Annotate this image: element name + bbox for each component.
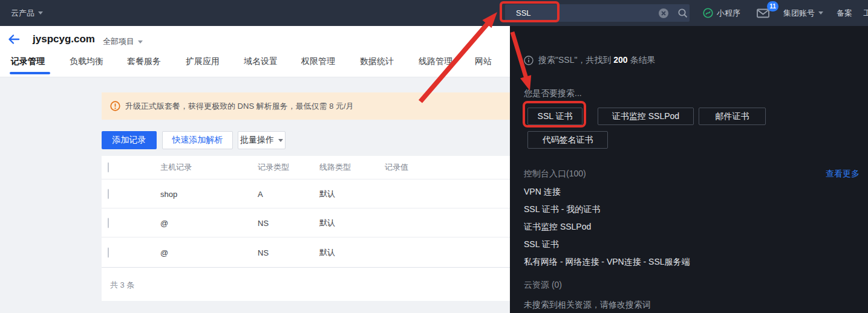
group-account-menu[interactable]: 集团账号 — [783, 0, 823, 26]
tab-record-management[interactable]: 记录管理 — [11, 56, 45, 67]
warning-icon — [110, 101, 120, 111]
console-entry-list: VPN 连接 SSL 证书 - 我的证书 证书监控 SSLPod SSL 证书 … — [524, 187, 690, 274]
cloud-resources-empty-message: 未搜索到相关资源，请修改搜索词 — [524, 300, 651, 311]
banner-message: 升级正式版套餐，获得更极致的 DNS 解析服务，最低仅需 8 元/月 — [125, 101, 354, 112]
console-entries-title: 控制台入口(100) — [524, 169, 586, 179]
global-search-box[interactable] — [505, 4, 690, 22]
column-header-host: 主机记录 — [160, 162, 192, 173]
record-type: A — [258, 189, 263, 198]
info-icon — [524, 56, 534, 65]
suggestion-ssl-cert-button[interactable]: SSL 证书 — [527, 108, 582, 125]
tab-data-statistics[interactable]: 数据统计 — [360, 56, 394, 67]
app-window: 云产品 小程序 11 集团账号 — [0, 0, 868, 313]
record-type: NS — [258, 248, 269, 257]
project-filter-dropdown[interactable]: 全部项目 — [103, 36, 143, 47]
record-count: 共 3 条 — [110, 280, 134, 291]
console-entry-link[interactable]: SSL 证书 - 我的证书 — [524, 204, 690, 215]
quick-add-button[interactable]: 快速添加解析 — [162, 131, 233, 149]
record-host: shop — [160, 189, 177, 198]
cloud-products-menu[interactable]: 云产品 — [11, 0, 43, 26]
table-row: shop A 默认 — [102, 179, 510, 208]
cloud-products-label: 云产品 — [11, 8, 34, 19]
tab-line-management[interactable]: 线路管理 — [419, 56, 452, 67]
beian-label: 备案 — [837, 8, 852, 19]
record-type: NS — [258, 218, 269, 227]
column-header-type: 记录类型 — [258, 162, 289, 173]
suggest-heading: 您是否要搜索... — [524, 88, 582, 99]
mini-program-menu[interactable]: 小程序 — [703, 0, 740, 26]
select-all-checkbox[interactable] — [108, 163, 109, 173]
chevron-down-icon — [278, 139, 283, 142]
batch-operations-dropdown[interactable]: 批量操作 — [238, 131, 286, 149]
tab-domain-settings[interactable]: 域名设置 — [244, 56, 278, 67]
view-more-link[interactable]: 查看更多 — [826, 169, 860, 179]
record-line: 默认 — [319, 218, 335, 228]
suggestion-sslpod-button[interactable]: 证书监控 SSLPod — [598, 108, 694, 125]
column-header-line: 线路类型 — [319, 162, 351, 173]
row-checkbox[interactable] — [108, 189, 109, 199]
console-entry-link[interactable]: 私有网络 - 网络连接 - VPN连接 - SSL服务端 — [524, 257, 690, 267]
table-row: @ NS 默认 — [102, 237, 510, 267]
table-header-row: 主机记录 记录类型 线路类型 记录值 — [102, 156, 510, 179]
result-count: 200 — [613, 55, 627, 65]
clear-search-icon[interactable] — [658, 8, 669, 19]
search-summary: 搜索"SSL"，共找到 200 条结果 — [524, 55, 656, 66]
table-row: @ NS 默认 — [102, 208, 510, 237]
chevron-down-icon — [38, 11, 43, 15]
mail-icon — [757, 8, 769, 18]
search-result-panel: 搜索"SSL"，共找到 200 条结果 您是否要搜索... SSL 证书 证书监… — [510, 26, 868, 313]
search-input[interactable] — [505, 8, 644, 18]
topbar: 云产品 小程序 11 集团账号 — [0, 0, 868, 26]
tab-extension-app[interactable]: 扩展应用 — [186, 56, 220, 67]
suggestion-code-sign-button[interactable]: 代码签名证书 — [527, 131, 608, 149]
column-header-value: 记录值 — [385, 162, 408, 173]
row-checkbox-disabled — [108, 218, 109, 228]
add-record-button[interactable]: 添加记录 — [102, 131, 157, 149]
row-checkbox-disabled — [108, 247, 109, 257]
upgrade-banner: 升级正式版套餐，获得更极致的 DNS 解析服务，最低仅需 8 元/月 — [102, 92, 510, 120]
group-account-label: 集团账号 — [783, 8, 815, 19]
table-footer: 共 3 条 — [102, 267, 510, 301]
page-title: jyspcyg.com — [33, 33, 95, 45]
mini-program-icon — [703, 8, 713, 18]
record-line: 默认 — [319, 247, 335, 258]
chevron-down-icon — [138, 40, 143, 44]
record-host: @ — [160, 248, 168, 257]
back-arrow-button[interactable] — [7, 33, 21, 45]
tab-website[interactable]: 网站 — [475, 56, 492, 67]
suggestion-email-cert-button[interactable]: 邮件证书 — [699, 108, 766, 125]
tab-permission-management[interactable]: 权限管理 — [301, 56, 335, 67]
mini-program-label: 小程序 — [717, 8, 740, 19]
beian-menu[interactable]: 备案 — [837, 0, 852, 26]
tab-load-balance[interactable]: 负载均衡 — [70, 56, 103, 67]
record-host: @ — [160, 218, 168, 227]
record-table: 主机记录 记录类型 线路类型 记录值 shop A 默认 @ NS 默认 @ N… — [102, 156, 510, 301]
record-line: 默认 — [319, 189, 335, 199]
clipped-menu-item[interactable]: 工 — [863, 0, 868, 26]
page-header: jyspcyg.com 全部项目 记录管理 负载均衡 套餐服务 扩展应用 域名设… — [0, 26, 510, 77]
console-entry-link[interactable]: SSL 证书 — [524, 239, 690, 250]
chevron-down-icon — [818, 11, 823, 15]
search-icon[interactable] — [677, 8, 688, 19]
console-entry-link[interactable]: 证书监控 SSLPod — [524, 222, 690, 232]
tab-package-service[interactable]: 套餐服务 — [127, 56, 161, 67]
message-count-badge: 11 — [767, 1, 778, 11]
active-tab-indicator — [10, 72, 50, 74]
console-entry-link[interactable]: VPN 连接 — [524, 187, 690, 197]
cloud-resources-title: 云资源 (0) — [524, 280, 562, 291]
